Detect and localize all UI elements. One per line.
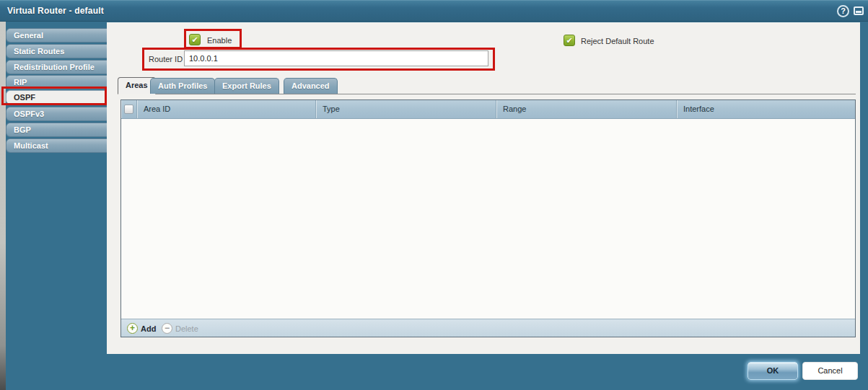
add-button-label: Add (141, 324, 156, 333)
table-body-empty (121, 119, 855, 319)
areas-table: Area ID Type Range Interface + Add − Del… (120, 99, 856, 337)
enable-checkmark-icon: ✔ (191, 35, 198, 44)
tab-advanced[interactable]: Advanced (284, 78, 338, 94)
ok-button[interactable]: OK (748, 362, 798, 380)
tab-auth-profiles[interactable]: Auth Profiles (150, 78, 215, 94)
delete-button[interactable]: − Delete (162, 322, 198, 334)
minimize-window-icon[interactable] (854, 6, 864, 15)
column-header-area-id[interactable]: Area ID (137, 100, 316, 118)
column-header-range[interactable]: Range (496, 100, 677, 118)
enable-label: Enable (207, 36, 232, 45)
reject-default-route-checkbox[interactable]: ✔ (564, 35, 575, 46)
select-all-cell (121, 100, 137, 118)
sidebar-item-bgp[interactable]: BGP (6, 123, 107, 137)
sidebar-item-static-routes[interactable]: Static Routes (6, 44, 107, 58)
enable-checkbox[interactable]: ✔ (189, 34, 201, 45)
sidebar-item-rip[interactable]: RIP (6, 75, 107, 89)
help-icon[interactable]: ? (837, 5, 849, 17)
sidebar-item-general[interactable]: General (6, 28, 107, 43)
add-button[interactable]: + Add (127, 322, 156, 334)
reject-default-route-label: Reject Default Route (581, 37, 654, 45)
delete-button-label: Delete (175, 324, 198, 333)
table-header-row: Area ID Type Range Interface (121, 100, 855, 119)
reject-checkmark-icon: ✔ (566, 36, 572, 45)
router-id-input[interactable] (184, 50, 488, 66)
dialog-title: Virtual Router - default (7, 6, 104, 16)
column-header-type[interactable]: Type (316, 100, 496, 118)
add-plus-icon: + (127, 323, 138, 334)
table-footer: + Add − Delete (121, 319, 855, 337)
minimize-bar (856, 11, 862, 13)
cancel-button[interactable]: Cancel (802, 362, 858, 380)
sidebar-item-ospf[interactable]: OSPF (6, 90, 107, 105)
sidebar-item-multicast[interactable]: Multicast (6, 138, 107, 153)
delete-minus-icon: − (162, 323, 172, 334)
column-header-interface[interactable]: Interface (677, 100, 855, 118)
sidebar-item-redistribution-profile[interactable]: Redistribution Profile (6, 60, 107, 74)
title-bar: Virtual Router - default ? (0, 0, 868, 22)
page-edge-strip (0, 22, 6, 390)
select-all-checkbox[interactable] (124, 105, 133, 114)
tab-export-rules[interactable]: Export Rules (214, 78, 279, 94)
virtual-router-dialog: Virtual Router - default ? General Stati… (0, 0, 868, 390)
sidebar-item-ospfv3[interactable]: OSPFv3 (6, 107, 107, 121)
router-id-label: Router ID (149, 55, 183, 63)
